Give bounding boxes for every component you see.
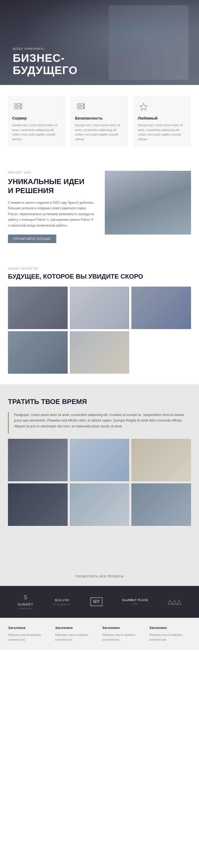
footer-col-1-text: Образец текста нижнего колонтитула xyxy=(8,632,50,642)
svg-marker-12 xyxy=(140,103,147,110)
about-section: НАСЧЕТ НАС УНИКАЛЬНЫЕ ИДЕИ И РЕШЕНИЯ С м… xyxy=(0,157,199,256)
project-image-1[interactable] xyxy=(8,287,68,329)
spend-gallery-image-6[interactable] xyxy=(131,484,191,526)
feature-title-favorite: Любимый xyxy=(138,116,158,120)
svg-point-2 xyxy=(21,104,21,105)
mountain-icon: △△△ xyxy=(168,598,181,605)
sponsor-sunset: S SUNSET компания xyxy=(18,594,33,610)
svg-point-3 xyxy=(21,107,21,108)
spend-gallery xyxy=(8,439,191,570)
spend-text: Paragraph. Lorem ipsum dolor sit amet, c… xyxy=(14,412,191,430)
footer: Заголовок Образец текста нижнего колонти… xyxy=(0,618,199,650)
project-image-5[interactable] xyxy=(70,331,130,374)
about-label: НАСЧЕТ НАС xyxy=(8,171,94,174)
projects-section: НАШИ ПРОЕКТЫ БУДУЩЕЕ, КОТОРОЕ ВЫ УВИДИТЕ… xyxy=(0,256,199,379)
feature-text-favorite: Sample text. Lorem ipsum dolor sit amet,… xyxy=(138,123,187,142)
footer-col-3-title: Заголовок xyxy=(102,626,144,630)
shield-icon xyxy=(75,101,87,113)
footer-col-1-title: Заголовок xyxy=(8,626,50,630)
features-section: Сервер Sample text. Lorem ipsum dolor si… xyxy=(0,85,199,157)
about-image-inner xyxy=(105,171,191,235)
spend-content: Paragraph. Lorem ipsum dolor sit amet, c… xyxy=(8,412,191,433)
sponsor-ny-logo: NY xyxy=(91,597,102,606)
project-image-3[interactable] xyxy=(131,287,191,329)
sponsor-ny: NY xyxy=(91,597,102,606)
footer-col-3: Заголовок Образец текста нижнего колонти… xyxy=(102,626,144,642)
spend-gallery-image-4[interactable] xyxy=(8,484,68,526)
hero-content: добро пожаловать БИЗНЕС- БУДУЩЕГО xyxy=(13,47,77,76)
footer-col-3-text: Образец текста нижнего колонтитула xyxy=(102,632,144,642)
footer-col-2-text: Образец текста нижнего колонтитула xyxy=(55,632,97,642)
footer-col-2: Заголовок Образец текста нижнего колонти… xyxy=(55,626,97,642)
feature-text-security: Sample text. Lorem ipsum dolor sit amet,… xyxy=(75,123,124,142)
footer-col-2-title: Заголовок xyxy=(55,626,97,630)
server-icon xyxy=(12,101,24,113)
sponsor-gourmet: GouRMeT PLACE кейс xyxy=(122,598,148,605)
sponsor-gourmet-sub: кейс xyxy=(132,603,138,605)
sponsor-gourmet-logo: GouRMeT PLACE xyxy=(122,598,148,601)
footer-col-4: Заголовок Образец текста нижнего колонти… xyxy=(150,626,191,642)
sponsor-sunset-logo: SUNSET xyxy=(18,602,33,607)
hero-title: БИЗНЕС- БУДУЩЕГО xyxy=(13,52,77,76)
project-image-4[interactable] xyxy=(8,331,68,374)
sponsor-mountain: △△△ xyxy=(168,598,181,605)
project-image-2[interactable] xyxy=(70,287,130,329)
spend-gallery-image-1[interactable] xyxy=(8,439,68,481)
sunset-icon: S xyxy=(24,594,28,601)
spend-bar-decoration xyxy=(8,412,9,433)
spend-gallery-image-2[interactable] xyxy=(70,439,130,481)
feature-text-server: Sample text. Lorem ipsum dolor sit amet,… xyxy=(12,123,61,142)
view-all-link[interactable]: ПОСМОТРЕТЬ ВСЕ ПРОЕКТЫ xyxy=(8,575,191,578)
hero-person-image xyxy=(109,5,188,80)
feature-title-server: Сервер xyxy=(12,116,27,120)
footer-col-4-title: Заголовок xyxy=(150,626,191,630)
sponsors-section: S SUNSET компания BALVIN менеджмент NY G… xyxy=(0,586,199,618)
about-content: НАСЧЕТ НАС УНИКАЛЬНЫЕ ИДЕИ И РЕШЕНИЯ С м… xyxy=(8,171,97,243)
about-text: С момента своего создания в 2002 году Sp… xyxy=(8,200,94,229)
svg-point-8 xyxy=(83,104,84,105)
footer-col-4-text: Образец текста нижнего колонтитула xyxy=(150,632,191,642)
spend-section: ТРАТИТЬ ТВОЕ ВРЕМЯ Paragraph. Lorem ipsu… xyxy=(0,384,199,586)
feature-title-security: Безопасность xyxy=(75,116,103,120)
projects-title: БУДУЩЕЕ, КОТОРОЕ ВЫ УВИДИТЕ СКОРО xyxy=(8,273,191,280)
projects-grid xyxy=(8,287,191,374)
feature-card-security: Безопасность Sample text. Lorem ipsum do… xyxy=(71,96,128,147)
spend-title: ТРАТИТЬ ТВОЕ ВРЕМЯ xyxy=(8,398,191,406)
sponsor-balvin: BALVIN менеджмент xyxy=(53,598,71,606)
spend-gallery-image-3[interactable] xyxy=(131,439,191,481)
feature-card-favorite: Любимый Sample text. Lorem ipsum dolor s… xyxy=(133,96,191,147)
hero-welcome: добро пожаловать xyxy=(13,47,77,51)
sponsor-balvin-sub: менеджмент xyxy=(53,603,71,606)
sponsor-sunset-sub: компания xyxy=(18,608,33,610)
projects-label: НАШИ ПРОЕКТЫ xyxy=(8,267,191,270)
sponsor-balvin-logo: BALVIN xyxy=(55,598,69,602)
read-more-button[interactable]: ПРОЧИТАЙТЕ БОЛЬШЕ xyxy=(8,235,56,243)
star-icon xyxy=(138,101,150,113)
hero-section: добро пожаловать БИЗНЕС- БУДУЩЕГО xyxy=(0,0,199,85)
feature-card-server: Сервер Sample text. Lorem ipsum dolor si… xyxy=(8,96,66,147)
about-image xyxy=(105,171,191,235)
spend-gallery-image-5[interactable] xyxy=(70,484,130,526)
about-title: УНИКАЛЬНЫЕ ИДЕИ И РЕШЕНИЯ xyxy=(8,177,94,195)
footer-col-1: Заголовок Образец текста нижнего колонти… xyxy=(8,626,50,642)
svg-point-9 xyxy=(83,107,84,108)
